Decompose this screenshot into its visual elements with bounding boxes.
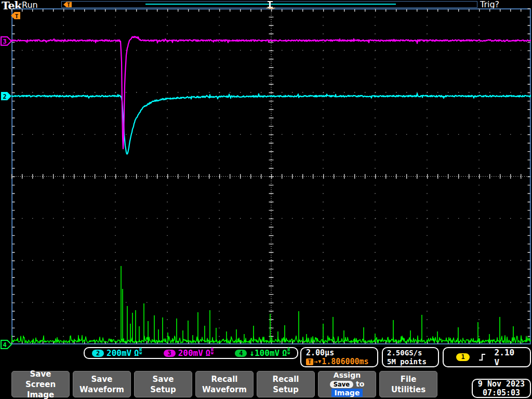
date-text: 9 Nov 2023 <box>478 380 525 389</box>
channel-3-badge: 3 <box>164 350 176 357</box>
waveform-display <box>11 8 531 344</box>
impedance-bandwidth-icon: Ω Bw <box>206 349 214 358</box>
svg-text:4: 4 <box>3 341 6 349</box>
svg-text:2: 2 <box>3 93 6 100</box>
time-text: 07:05:03 <box>483 389 520 397</box>
channel-4-scale: ↓100mV <box>249 348 280 358</box>
arrow-icon: → <box>314 357 317 366</box>
trigger-readout-box: 1 2.10 V <box>443 347 531 367</box>
ch4-marker: 4 <box>1 340 11 349</box>
channel-2-badge: 2 <box>92 350 104 357</box>
record-view-bar: T <box>61 1 477 8</box>
record-length: 5M points <box>387 357 438 366</box>
assign-target-value: Image <box>331 389 363 397</box>
recall-waveform-button[interactable]: RecallWaveform <box>195 371 254 397</box>
ch2-marker: 2 <box>1 92 11 100</box>
recall-setup-button[interactable]: RecallSetup <box>257 371 315 397</box>
datetime-box: 9 Nov 2023 07:05:03 <box>472 379 531 398</box>
trigger-level: 2.10 V <box>495 348 524 367</box>
record-trigger-flag-icon: T <box>63 2 72 8</box>
channel-2-scale: 200mV <box>107 348 131 358</box>
channel-readouts-box: 2 200mV Ω Bw 3 200mV Ω Bw 4 ↓100mV Ω Bw <box>84 347 298 359</box>
delay-readout: T → ▼ 1.806000ms <box>306 357 377 366</box>
impedance-bandwidth-icon: Ω Bw <box>282 349 290 358</box>
save-screen-image-button[interactable]: SaveScreen Image <box>11 371 70 397</box>
channel-4-badge: 4 <box>235 350 247 357</box>
save-pill-badge: Save <box>330 381 353 388</box>
delay-marker-icon: T <box>306 358 313 365</box>
delay-value: 1.806000ms <box>322 357 368 366</box>
save-setup-button[interactable]: SaveSetup <box>134 371 192 397</box>
acquisition-readout-box: 2.50GS/s 5M points <box>382 347 439 367</box>
channel-4-readout: 4 ↓100mV Ω Bw <box>235 348 290 358</box>
timebase-scale: 2.00µs <box>306 349 377 357</box>
trigger-source-badge: 1 <box>456 353 470 361</box>
impedance-bandwidth-icon: Ω Bw <box>134 349 142 358</box>
channel-2-readout: 2 200mV Ω Bw <box>92 348 142 358</box>
oscilloscope-screen: Tek Run Trig? T T 3 2 4 <box>0 0 532 399</box>
save-waveform-button[interactable]: SaveWaveform <box>73 371 131 397</box>
file-utilities-button[interactable]: FileUtilities <box>379 371 437 397</box>
rising-edge-icon <box>478 353 486 362</box>
channel-3-readout: 3 200mV Ω Bw <box>164 348 214 358</box>
assign-save-to-image-button[interactable]: Assign Save to Image <box>318 371 376 397</box>
svg-text:3: 3 <box>3 38 6 45</box>
pointer-icon: ▼ <box>318 357 321 366</box>
svg-text:T: T <box>67 2 70 8</box>
ch3-marker: 3 <box>1 37 11 45</box>
expansion-point-icon <box>268 1 273 8</box>
sample-rate: 2.50GS/s <box>387 349 438 357</box>
horizontal-readout-box: 2.00µs T → ▼ 1.806000ms <box>300 347 378 367</box>
channel-3-scale: 200mV <box>178 348 203 358</box>
